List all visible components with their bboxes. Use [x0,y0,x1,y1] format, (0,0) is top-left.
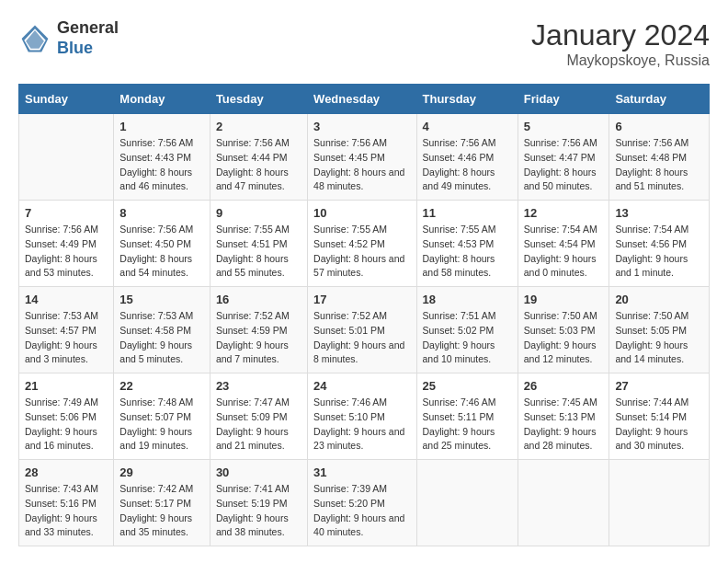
day-info: Sunrise: 7:51 AMSunset: 5:02 PMDaylight:… [423,309,512,367]
weekday-header: Friday [518,85,609,114]
calendar-cell: 10Sunrise: 7:55 AMSunset: 4:52 PMDayligh… [308,201,416,287]
day-info: Sunrise: 7:45 AMSunset: 5:13 PMDaylight:… [524,396,604,454]
calendar-cell: 6Sunrise: 7:56 AMSunset: 4:48 PMDaylight… [609,114,710,201]
calendar-cell: 13Sunrise: 7:54 AMSunset: 4:56 PMDayligh… [609,201,710,287]
day-number: 31 [313,465,410,479]
day-number: 26 [524,379,604,393]
day-info: Sunrise: 7:41 AMSunset: 5:19 PMDaylight:… [216,482,301,540]
day-number: 5 [524,120,604,133]
day-number: 9 [216,206,301,220]
day-number: 4 [423,120,512,133]
calendar-cell: 14Sunrise: 7:53 AMSunset: 4:57 PMDayligh… [19,287,114,373]
day-number: 24 [313,379,410,393]
day-number: 17 [313,293,410,306]
day-number: 23 [216,379,301,393]
weekday-header: Tuesday [210,85,307,114]
day-info: Sunrise: 7:48 AMSunset: 5:07 PMDaylight:… [119,396,204,454]
day-number: 15 [119,293,204,306]
day-info: Sunrise: 7:52 AMSunset: 5:01 PMDaylight:… [313,309,410,367]
calendar-cell: 18Sunrise: 7:51 AMSunset: 5:02 PMDayligh… [416,287,518,373]
day-info: Sunrise: 7:56 AMSunset: 4:46 PMDaylight:… [423,136,512,194]
calendar-cell [609,460,710,546]
calendar-cell: 26Sunrise: 7:45 AMSunset: 5:13 PMDayligh… [518,373,609,460]
header-row: SundayMondayTuesdayWednesdayThursdayFrid… [19,85,710,114]
calendar-cell: 16Sunrise: 7:52 AMSunset: 4:59 PMDayligh… [210,287,307,373]
calendar-cell: 19Sunrise: 7:50 AMSunset: 5:03 PMDayligh… [518,287,609,373]
day-info: Sunrise: 7:47 AMSunset: 5:09 PMDaylight:… [216,396,301,454]
day-info: Sunrise: 7:56 AMSunset: 4:44 PMDaylight:… [216,136,301,194]
title-area: January 2024 Maykopskoye, Russia [531,18,710,69]
weekday-header: Saturday [609,85,710,114]
calendar-cell: 15Sunrise: 7:53 AMSunset: 4:58 PMDayligh… [114,287,210,373]
day-info: Sunrise: 7:42 AMSunset: 5:17 PMDaylight:… [119,482,204,540]
logo-icon [18,22,51,55]
day-info: Sunrise: 7:43 AMSunset: 5:16 PMDaylight:… [25,482,108,540]
day-number: 16 [216,293,301,306]
calendar-cell: 2Sunrise: 7:56 AMSunset: 4:44 PMDaylight… [210,114,307,201]
calendar-cell: 29Sunrise: 7:42 AMSunset: 5:17 PMDayligh… [114,460,210,546]
day-number: 28 [25,465,108,479]
day-number: 8 [119,206,204,220]
day-info: Sunrise: 7:49 AMSunset: 5:06 PMDaylight:… [25,396,108,454]
calendar-cell: 7Sunrise: 7:56 AMSunset: 4:49 PMDaylight… [19,201,114,287]
day-number: 12 [524,206,604,220]
header: General Blue January 2024 Maykopskoye, R… [18,18,710,69]
calendar-cell: 20Sunrise: 7:50 AMSunset: 5:05 PMDayligh… [609,287,710,373]
calendar-cell: 1Sunrise: 7:56 AMSunset: 4:43 PMDaylight… [114,114,210,201]
day-number: 25 [423,379,512,393]
calendar-cell: 9Sunrise: 7:55 AMSunset: 4:51 PMDaylight… [210,201,307,287]
day-info: Sunrise: 7:56 AMSunset: 4:50 PMDaylight:… [119,223,204,281]
calendar-cell: 22Sunrise: 7:48 AMSunset: 5:07 PMDayligh… [114,373,210,460]
calendar-week-row: 7Sunrise: 7:56 AMSunset: 4:49 PMDaylight… [19,201,710,287]
calendar-week-row: 28Sunrise: 7:43 AMSunset: 5:16 PMDayligh… [19,460,710,546]
calendar-table: SundayMondayTuesdayWednesdayThursdayFrid… [18,84,710,546]
logo: General Blue [18,18,119,58]
calendar-cell: 30Sunrise: 7:41 AMSunset: 5:19 PMDayligh… [210,460,307,546]
month-title: January 2024 [531,18,710,52]
day-info: Sunrise: 7:50 AMSunset: 5:03 PMDaylight:… [524,309,604,367]
weekday-header: Sunday [19,85,114,114]
calendar-cell: 21Sunrise: 7:49 AMSunset: 5:06 PMDayligh… [19,373,114,460]
day-info: Sunrise: 7:52 AMSunset: 4:59 PMDaylight:… [216,309,301,367]
calendar-cell: 27Sunrise: 7:44 AMSunset: 5:14 PMDayligh… [609,373,710,460]
day-number: 19 [524,293,604,306]
day-info: Sunrise: 7:55 AMSunset: 4:52 PMDaylight:… [313,223,410,281]
day-info: Sunrise: 7:46 AMSunset: 5:11 PMDaylight:… [423,396,512,454]
day-number: 10 [313,206,410,220]
day-info: Sunrise: 7:56 AMSunset: 4:43 PMDaylight:… [119,136,204,194]
calendar-cell: 5Sunrise: 7:56 AMSunset: 4:47 PMDaylight… [518,114,609,201]
logo-text: General Blue [57,18,119,58]
day-number: 13 [615,206,703,220]
day-info: Sunrise: 7:54 AMSunset: 4:56 PMDaylight:… [615,223,703,281]
calendar-cell [518,460,609,546]
calendar-cell: 12Sunrise: 7:54 AMSunset: 4:54 PMDayligh… [518,201,609,287]
day-number: 6 [615,120,703,133]
calendar-cell [19,114,114,201]
calendar-week-row: 1Sunrise: 7:56 AMSunset: 4:43 PMDaylight… [19,114,710,201]
calendar-cell: 11Sunrise: 7:55 AMSunset: 4:53 PMDayligh… [416,201,518,287]
day-info: Sunrise: 7:56 AMSunset: 4:45 PMDaylight:… [313,136,410,194]
day-number: 22 [119,379,204,393]
calendar-cell: 28Sunrise: 7:43 AMSunset: 5:16 PMDayligh… [19,460,114,546]
calendar-cell: 4Sunrise: 7:56 AMSunset: 4:46 PMDaylight… [416,114,518,201]
calendar-cell: 8Sunrise: 7:56 AMSunset: 4:50 PMDaylight… [114,201,210,287]
calendar-cell: 31Sunrise: 7:39 AMSunset: 5:20 PMDayligh… [308,460,416,546]
calendar-week-row: 14Sunrise: 7:53 AMSunset: 4:57 PMDayligh… [19,287,710,373]
calendar-cell [416,460,518,546]
weekday-header: Wednesday [308,85,416,114]
day-info: Sunrise: 7:56 AMSunset: 4:47 PMDaylight:… [524,136,604,194]
day-info: Sunrise: 7:54 AMSunset: 4:54 PMDaylight:… [524,223,604,281]
day-number: 1 [119,120,204,133]
day-number: 7 [25,206,108,220]
day-info: Sunrise: 7:50 AMSunset: 5:05 PMDaylight:… [615,309,703,367]
day-number: 30 [216,465,301,479]
location-title: Maykopskoye, Russia [531,52,710,69]
day-number: 3 [313,120,410,133]
logo-blue-text: Blue [57,39,119,59]
day-info: Sunrise: 7:46 AMSunset: 5:10 PMDaylight:… [313,396,410,454]
day-number: 11 [423,206,512,220]
day-info: Sunrise: 7:55 AMSunset: 4:53 PMDaylight:… [423,223,512,281]
day-info: Sunrise: 7:53 AMSunset: 4:58 PMDaylight:… [119,309,204,367]
weekday-header: Thursday [416,85,518,114]
day-number: 20 [615,293,703,306]
